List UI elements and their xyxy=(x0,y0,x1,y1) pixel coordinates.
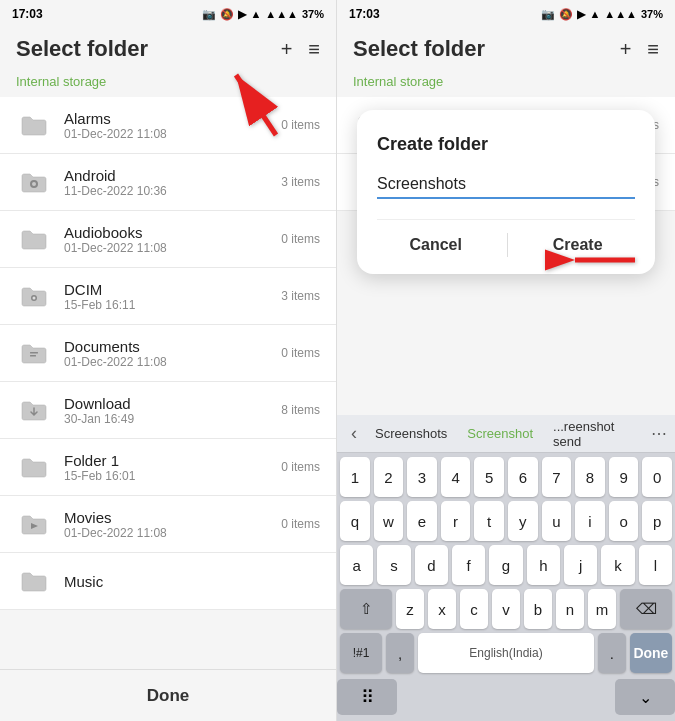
kb-key-4[interactable]: 4 xyxy=(441,457,471,497)
keyboard: ‹ Screenshots Screenshot ...reenshot sen… xyxy=(337,415,675,721)
kb-key-l[interactable]: l xyxy=(639,545,672,585)
right-status-icons: 📷 🔕 ▶ ▲ ▲▲▲ 37% xyxy=(541,8,663,21)
kb-key-e[interactable]: e xyxy=(407,501,437,541)
folder-item-audiobooks[interactable]: Audiobooks 01-Dec-2022 11:08 0 items xyxy=(0,211,336,268)
right-add-icon[interactable]: + xyxy=(620,38,632,61)
kb-key-o[interactable]: o xyxy=(609,501,639,541)
dialog-divider xyxy=(507,233,508,257)
kb-key-5[interactable]: 5 xyxy=(474,457,504,497)
right-header: Select folder + ≡ xyxy=(337,28,675,70)
suggestion-screenshots[interactable]: Screenshots xyxy=(367,422,455,445)
left-add-icon[interactable]: + xyxy=(281,38,293,61)
kb-key-u[interactable]: u xyxy=(542,501,572,541)
kb-key-b[interactable]: b xyxy=(524,589,552,629)
kb-space-key[interactable]: English(India) xyxy=(418,633,594,673)
kb-key-f[interactable]: f xyxy=(452,545,485,585)
left-done-button[interactable]: Done xyxy=(147,686,190,706)
kb-key-a[interactable]: a xyxy=(340,545,373,585)
left-status-icons: 📷 🔕 ▶ ▲ ▲▲▲ 37% xyxy=(202,8,324,21)
dialog-create-button[interactable]: Create xyxy=(533,232,623,258)
kb-chevron-down-icon[interactable]: ⌄ xyxy=(615,679,675,715)
suggestion-screenshot[interactable]: Screenshot xyxy=(459,422,541,445)
kb-row-bottom: !#1 , English(India) . Done xyxy=(340,633,672,673)
svg-point-3 xyxy=(32,182,36,186)
right-menu-icon[interactable]: ≡ xyxy=(647,38,659,61)
kb-key-p[interactable]: p xyxy=(642,501,672,541)
kb-key-k[interactable]: k xyxy=(601,545,634,585)
kb-key-g[interactable]: g xyxy=(489,545,522,585)
folder-item-documents[interactable]: Documents 01-Dec-2022 11:08 0 items xyxy=(0,325,336,382)
left-status-bar: 17:03 📷 🔕 ▶ ▲ ▲▲▲ 37% xyxy=(0,0,336,28)
folder-icon-movies xyxy=(16,506,52,542)
kb-key-c[interactable]: c xyxy=(460,589,488,629)
kb-key-3[interactable]: 3 xyxy=(407,457,437,497)
kb-key-v[interactable]: v xyxy=(492,589,520,629)
kb-key-7[interactable]: 7 xyxy=(542,457,572,497)
folder-count-android: 3 items xyxy=(281,175,320,189)
folder-item-dcim[interactable]: DCIM 15-Feb 16:11 3 items xyxy=(0,268,336,325)
create-folder-dialog: Create folder Cancel Create xyxy=(357,110,655,274)
kb-key-2[interactable]: 2 xyxy=(374,457,404,497)
kb-key-h[interactable]: h xyxy=(527,545,560,585)
kb-key-9[interactable]: 9 xyxy=(609,457,639,497)
kb-key-s[interactable]: s xyxy=(377,545,410,585)
folder-icon-download xyxy=(16,392,52,428)
kb-period-key[interactable]: . xyxy=(598,633,626,673)
suggestion-back-icon[interactable]: ‹ xyxy=(345,423,363,444)
kb-key-1[interactable]: 1 xyxy=(340,457,370,497)
kb-backspace-key[interactable]: ⌫ xyxy=(620,589,672,629)
kb-key-x[interactable]: x xyxy=(428,589,456,629)
folder-info-documents: Documents 01-Dec-2022 11:08 xyxy=(64,338,281,369)
folder-item-android[interactable]: Android 11-Dec-2022 10:36 3 items xyxy=(0,154,336,211)
folder-info-dcim: DCIM 15-Feb 16:11 xyxy=(64,281,281,312)
folder-info-download: Download 30-Jan 16:49 xyxy=(64,395,281,426)
dialog-cancel-button[interactable]: Cancel xyxy=(389,232,481,258)
keyboard-suggestions: ‹ Screenshots Screenshot ...reenshot sen… xyxy=(337,415,675,453)
kb-key-j[interactable]: j xyxy=(564,545,597,585)
right-storage-label: Internal storage xyxy=(337,70,675,97)
kb-key-y[interactable]: y xyxy=(508,501,538,541)
kb-symbols-key[interactable]: !#1 xyxy=(340,633,382,673)
kb-key-i[interactable]: i xyxy=(575,501,605,541)
right-play-icon: ▶ xyxy=(577,8,585,21)
folder-count-dcim: 3 items xyxy=(281,289,320,303)
kb-key-m[interactable]: m xyxy=(588,589,616,629)
folder-name-dcim: DCIM xyxy=(64,281,281,298)
left-menu-icon[interactable]: ≡ xyxy=(308,38,320,61)
kb-key-6[interactable]: 6 xyxy=(508,457,538,497)
folder-date-dcim: 15-Feb 16:11 xyxy=(64,298,281,312)
kb-comma-key[interactable]: , xyxy=(386,633,414,673)
folder-count-documents: 0 items xyxy=(281,346,320,360)
left-done-bar: Done xyxy=(0,669,336,721)
folder-info-folder1: Folder 1 15-Feb 16:01 xyxy=(64,452,281,483)
folder-item-music[interactable]: Music xyxy=(0,553,336,610)
folder-item-movies[interactable]: Movies 01-Dec-2022 11:08 0 items xyxy=(0,496,336,553)
folder-item-download[interactable]: Download 30-Jan 16:49 8 items xyxy=(0,382,336,439)
folder-item-alarms[interactable]: Alarms 01-Dec-2022 11:08 0 items xyxy=(0,97,336,154)
kb-key-d[interactable]: d xyxy=(415,545,448,585)
folder-icon-android xyxy=(16,164,52,200)
kb-key-8[interactable]: 8 xyxy=(575,457,605,497)
kb-key-w[interactable]: w xyxy=(374,501,404,541)
folder-date-android: 11-Dec-2022 10:36 xyxy=(64,184,281,198)
kb-key-r[interactable]: r xyxy=(441,501,471,541)
kb-key-t[interactable]: t xyxy=(474,501,504,541)
left-wifi-icon: ▲ xyxy=(250,8,261,20)
suggestion-reenshot-send[interactable]: ...reenshot send xyxy=(545,415,647,453)
keyboard-rows: 1 2 3 4 5 6 7 8 9 0 q w e r t y u i o xyxy=(337,453,675,679)
folder-date-audiobooks: 01-Dec-2022 11:08 xyxy=(64,241,281,255)
folder-count-download: 8 items xyxy=(281,403,320,417)
kb-shift-key[interactable]: ⇧ xyxy=(340,589,392,629)
folder-icon-dcim xyxy=(16,278,52,314)
kb-mic-icon[interactable]: ⠿ xyxy=(337,679,397,715)
kb-key-z[interactable]: z xyxy=(396,589,424,629)
kb-key-0[interactable]: 0 xyxy=(642,457,672,497)
kb-done-key[interactable]: Done xyxy=(630,633,672,673)
kb-key-n[interactable]: n xyxy=(556,589,584,629)
kb-key-q[interactable]: q xyxy=(340,501,370,541)
folder-name-input[interactable] xyxy=(377,171,635,199)
folder-item-folder1[interactable]: Folder 1 15-Feb 16:01 0 items xyxy=(0,439,336,496)
suggestion-more-icon[interactable]: ⋯ xyxy=(651,424,667,443)
folder-date-movies: 01-Dec-2022 11:08 xyxy=(64,526,281,540)
folder-name-movies: Movies xyxy=(64,509,281,526)
